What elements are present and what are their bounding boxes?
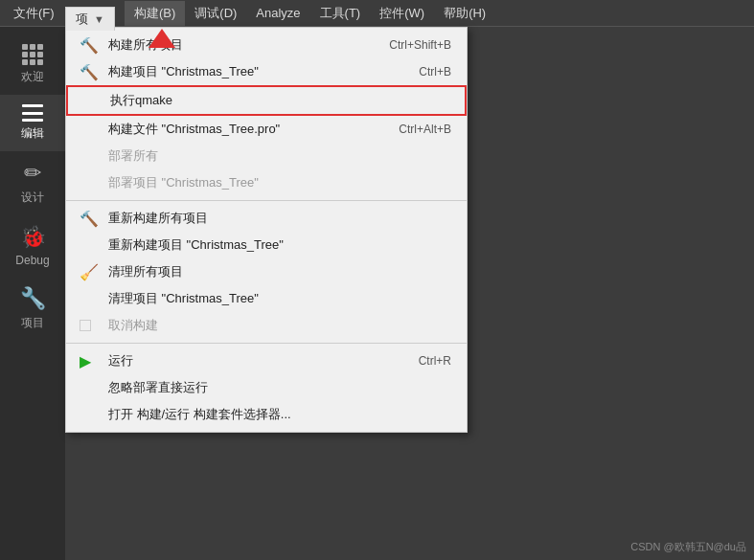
menu-separator-1 — [66, 200, 467, 201]
play-icon: ▶ — [80, 352, 91, 370]
menu-item-deploy-project: 部署项目 "Christmas_Tree" — [66, 169, 467, 196]
menu-item-build-file[interactable]: 构建文件 "Christmas_Tree.pro" Ctrl+Alt+B — [66, 116, 467, 143]
hammer-wrench-icon: 🔨 — [80, 210, 99, 228]
menu-item-open-build-run[interactable]: 打开 构建/运行 构建套件选择器... — [66, 401, 467, 428]
sidebar-item-design-label: 设计 — [21, 190, 44, 206]
menu-item-clean-project[interactable]: 清理项目 "Christmas_Tree" — [66, 285, 467, 312]
menu-item-build-file-label: 构建文件 "Christmas_Tree.pro" — [108, 121, 280, 138]
build-submenu-header-label: 项 — [76, 11, 88, 28]
wrench-icon: 🔧 — [20, 286, 46, 311]
submenu-arrow: ▼ — [94, 13, 104, 25]
sidebar-item-debug[interactable]: 🐞 Debug — [0, 215, 65, 277]
menu-item-run-without-deploy-label: 忽略部署直接运行 — [108, 379, 208, 396]
hammer-icon-2: 🔨 — [80, 63, 99, 81]
menu-item-deploy-all-label: 部署所有 — [108, 147, 158, 165]
watermark: CSDN @欧韩五N@du品 — [630, 540, 746, 554]
menubar-item-debug[interactable]: 调试(D) — [185, 1, 246, 26]
cancel-square-icon — [80, 320, 91, 331]
menu-item-build-project-label: 构建项目 "Christmas_Tree" — [108, 63, 259, 80]
menu-item-clean-all[interactable]: 🧹 清理所有项目 — [66, 258, 467, 285]
menu-item-run-qmake[interactable]: 执行qmake — [66, 85, 467, 116]
menu-item-build-all-shortcut: Ctrl+Shift+B — [351, 38, 451, 52]
menu-item-rebuild-project[interactable]: 重新构建项目 "Christmas_Tree" — [66, 232, 467, 258]
bug-icon: 🐞 — [20, 225, 46, 250]
menu-item-deploy-all: 部署所有 — [66, 143, 467, 169]
menu-item-open-build-run-label: 打开 构建/运行 构建套件选择器... — [108, 406, 291, 423]
menu-item-run-without-deploy[interactable]: 忽略部署直接运行 — [66, 374, 467, 401]
menu-item-deploy-project-label: 部署项目 "Christmas_Tree" — [108, 174, 259, 191]
menubar-item-help[interactable]: 帮助(H) — [434, 1, 495, 26]
menu-item-build-project[interactable]: 🔨 构建项目 "Christmas_Tree" Ctrl+B — [66, 58, 467, 85]
menu-item-rebuild-project-label: 重新构建项目 "Christmas_Tree" — [108, 236, 284, 254]
menu-item-run-qmake-label: 执行qmake — [110, 92, 172, 109]
menu-item-run-shortcut: Ctrl+R — [380, 354, 451, 368]
sidebar-item-welcome-label: 欢迎 — [21, 69, 44, 85]
menu-item-build-file-shortcut: Ctrl+Alt+B — [360, 123, 451, 136]
sidebar-item-welcome[interactable]: 欢迎 — [0, 34, 65, 95]
menu-item-run[interactable]: ▶ 运行 Ctrl+R — [66, 347, 467, 374]
menubar-item-analyze[interactable]: Analyze — [246, 2, 309, 24]
sidebar-item-design[interactable]: ✏ 设计 — [0, 151, 65, 215]
menu-item-clean-all-label: 清理所有项目 — [108, 263, 183, 280]
grid-icon — [22, 44, 43, 65]
menu-separator-2 — [66, 343, 467, 344]
menu-item-cancel-build: 取消构建 — [66, 312, 467, 339]
sidebar-item-debug-label: Debug — [15, 254, 49, 267]
menu-item-cancel-build-label: 取消构建 — [108, 317, 158, 334]
hammer-icon-1: 🔨 — [80, 36, 99, 55]
menu-item-build-all[interactable]: 🔨 构建所有项目 Ctrl+Shift+B — [66, 32, 467, 58]
sidebar-item-editor-label: 编辑 — [21, 125, 44, 142]
sidebar-item-editor[interactable]: 编辑 — [0, 95, 65, 151]
menubar-item-build[interactable]: 构建(B) — [125, 1, 185, 26]
sidebar-item-project[interactable]: 🔧 项目 — [0, 277, 65, 341]
menu-item-clean-project-label: 清理项目 "Christmas_Tree" — [108, 290, 259, 307]
sidebar: 欢迎 编辑 ✏ 设计 🐞 Debug 🔧 项目 — [0, 27, 65, 560]
build-dropdown-menu: 项 ▼ 🔨 构建所有项目 Ctrl+Shift+B 🔨 构建项目 "Christ… — [65, 27, 468, 433]
sidebar-item-project-label: 项目 — [21, 315, 44, 331]
broom-icon: 🧹 — [80, 263, 99, 281]
menubar-item-controls[interactable]: 控件(W) — [370, 1, 434, 26]
menu-item-rebuild-all-label: 重新构建所有项目 — [108, 210, 208, 227]
pencil-icon: ✏ — [24, 161, 41, 186]
menu-item-rebuild-all[interactable]: 🔨 重新构建所有项目 — [66, 205, 467, 232]
menubar-item-file[interactable]: 文件(F) — [4, 1, 64, 26]
menubar-item-tools[interactable]: 工具(T) — [310, 1, 371, 26]
menu-item-build-project-shortcut: Ctrl+B — [380, 65, 451, 78]
red-arrow-indicator — [149, 29, 175, 48]
lines-icon — [22, 104, 43, 122]
menu-item-run-label: 运行 — [108, 352, 133, 370]
